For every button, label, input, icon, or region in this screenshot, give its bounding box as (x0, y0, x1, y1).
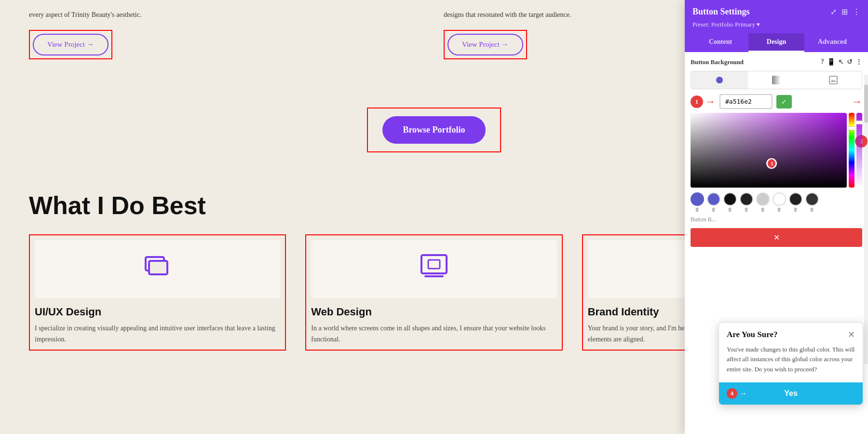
uiux-desc: I specialize in creating visually appeal… (35, 323, 280, 345)
view-project-2-button[interactable]: View Project → (448, 34, 523, 55)
swatch-item-3[interactable]: 🗑 (723, 192, 737, 212)
help-icon[interactable]: ? (821, 58, 824, 66)
hue-handle (848, 126, 855, 130)
arrow-to-sliders: → (852, 95, 862, 108)
swatch-6[interactable] (773, 192, 786, 206)
preset-label[interactable]: Preset: Portfolio Primary ▾ (692, 21, 860, 28)
hue-slider[interactable]: 2 (849, 113, 854, 188)
svg-rect-2 (421, 255, 447, 273)
svg-rect-3 (428, 260, 440, 269)
panel-header-actions: ⤢ ⊞ ⋮ (830, 7, 860, 16)
swatch-8-delete[interactable]: 🗑 (810, 207, 814, 212)
view-project-2-wrapper: View Project → (444, 30, 527, 59)
swatch-3-delete[interactable]: 🗑 (728, 207, 732, 212)
panel-header: Button Settings ⤢ ⊞ ⋮ Preset: Portfolio … (685, 0, 868, 52)
image-color-tab[interactable] (805, 71, 862, 89)
gradient-color-tab[interactable] (748, 71, 805, 89)
swatch-5-delete[interactable]: 🗑 (760, 207, 765, 212)
ays-header: Are You Sure? ✕ (719, 323, 863, 345)
swatch-8[interactable] (805, 192, 819, 206)
uiux-title: UI/UX Design (35, 306, 280, 318)
svg-rect-1 (149, 261, 167, 274)
arrow-4: → (739, 389, 747, 398)
svg-rect-9 (772, 76, 781, 84)
tab-content[interactable]: Content (692, 33, 748, 52)
annotation-badge-3: 3 (768, 159, 775, 168)
view-project-1-button[interactable]: View Project → (33, 34, 108, 55)
scrollbar-track[interactable] (864, 75, 868, 364)
alpha-slider[interactable] (856, 113, 862, 188)
ays-title: Are You Sure? (727, 330, 777, 339)
annotation-4-wrapper: 4 → (727, 388, 747, 399)
swatch-item-8[interactable]: 🗑 (805, 192, 819, 212)
ays-yes-label: Yes (784, 389, 798, 397)
panel-tabs: Content Design Advanced (692, 33, 860, 52)
section-label-text: Button B... (691, 216, 716, 223)
hex-confirm-button[interactable]: ✓ (776, 95, 792, 108)
tab-advanced[interactable]: Advanced (804, 33, 860, 52)
button-background-row: Button Background ? 📱 ↖ ↺ ⋮ (691, 58, 862, 66)
webdesign-icon-box (311, 240, 556, 298)
browse-btn-wrapper: Browse Portfolio (367, 108, 501, 152)
color-cursor-3-wrapper: 3 (766, 158, 777, 169)
swatch-1-delete[interactable]: 🗑 (695, 207, 700, 212)
svg-rect-10 (829, 76, 837, 84)
tab-design[interactable]: Design (748, 33, 804, 52)
more-options-icon[interactable]: ⋮ (853, 7, 860, 16)
swatch-2-delete[interactable]: 🗑 (711, 207, 716, 212)
scrollbar-thumb (864, 84, 868, 123)
swatch-item-7[interactable]: 🗑 (789, 192, 802, 212)
overflow-icon[interactable]: ⋮ (855, 58, 862, 66)
swatch-1[interactable] (691, 192, 704, 206)
cursor-icon[interactable]: ↖ (838, 58, 844, 66)
are-you-sure-dialog: Are You Sure? ✕ You've made changes to t… (719, 322, 863, 405)
hex-color-input[interactable]: #a516e2 (719, 94, 773, 109)
cancel-color-button[interactable]: ✕ (691, 228, 862, 247)
color-spectrum[interactable]: 3 (691, 113, 847, 188)
arrow-to-hex: → (705, 95, 716, 108)
mobile-icon[interactable]: 📱 (827, 58, 835, 66)
webdesign-desc: In a world where screens come in all sha… (311, 323, 556, 345)
color-cursor[interactable]: 3 (766, 158, 777, 169)
swatch-item-1[interactable]: 🗑 (691, 192, 704, 212)
swatch-7-delete[interactable]: 🗑 (793, 207, 798, 212)
color-picker-area[interactable]: 1 → #a516e2 ✓ → (691, 94, 862, 188)
button-background-label: Button Background (691, 58, 744, 66)
fullscreen-icon[interactable]: ⤢ (830, 7, 837, 16)
alpha-handle (855, 121, 863, 124)
ays-yes-button[interactable]: 4 → Yes (719, 382, 863, 405)
swatch-4[interactable] (740, 192, 753, 206)
annotation-badge-1: 1 (691, 95, 703, 108)
webdesign-title: Web Design (311, 306, 556, 318)
swatch-item-6[interactable]: 🗑 (773, 192, 786, 212)
swatch-3[interactable] (723, 192, 737, 206)
swatch-item-2[interactable]: 🗑 (707, 192, 720, 212)
service-card-webdesign: Web Design In a world where screens come… (305, 234, 562, 351)
swatches-row: 🗑 🗑 🗑 🗑 (691, 192, 862, 212)
svg-point-8 (716, 77, 723, 83)
webdesign-icon (420, 253, 448, 285)
swatches-section: 🗑 🗑 🗑 🗑 (691, 192, 862, 212)
reset-icon[interactable]: ↺ (847, 58, 853, 66)
panel-title: Button Settings (692, 7, 750, 17)
swatch-5[interactable] (756, 192, 770, 206)
annotation-badge-4: 4 (727, 388, 737, 399)
button-padding-label: Button B... (691, 216, 862, 223)
swatch-2[interactable] (707, 192, 720, 206)
uiux-icon (143, 252, 172, 286)
color-type-tabs (691, 71, 862, 89)
solid-color-tab[interactable] (691, 71, 748, 89)
swatch-item-4[interactable]: 🗑 (740, 192, 753, 212)
swatch-7[interactable] (789, 192, 802, 206)
swatch-4-delete[interactable]: 🗑 (744, 207, 749, 212)
browse-portfolio-button[interactable]: Browse Portfolio (382, 116, 485, 144)
ays-body-text: You've made changes to this global color… (719, 345, 863, 382)
button-settings-panel: Button Settings ⤢ ⊞ ⋮ Preset: Portfolio … (685, 0, 868, 434)
service-card-uiux: UI/UX Design I specialize in creating vi… (29, 234, 286, 351)
uiux-icon-box (35, 240, 280, 298)
swatch-6-delete[interactable]: 🗑 (777, 207, 782, 212)
ays-close-button[interactable]: ✕ (848, 329, 855, 340)
split-icon[interactable]: ⊞ (841, 7, 848, 16)
project-card-1-desc: every aspect of Trinity Beauty's aesthet… (29, 10, 424, 20)
swatch-item-5[interactable]: 🗑 (756, 192, 770, 212)
